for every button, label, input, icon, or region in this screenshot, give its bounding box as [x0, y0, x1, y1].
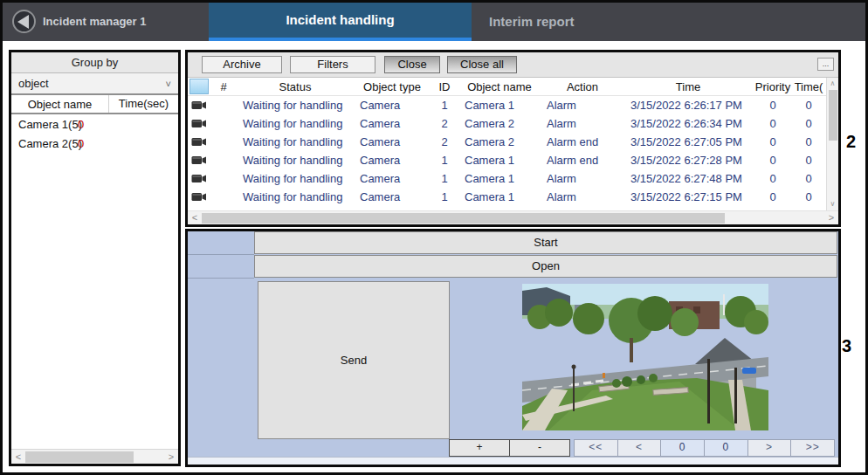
active-tab-underline — [209, 38, 472, 41]
row-selector-header[interactable] — [188, 78, 210, 95]
send-button[interactable]: Send — [258, 281, 450, 439]
scroll-up-icon[interactable]: ∧ — [830, 78, 836, 90]
incident-cell-object_type: Camera — [354, 172, 431, 185]
incident-cell-object_type: Camera — [354, 99, 431, 112]
incident-cell-object_name: Camera 2 — [458, 135, 541, 148]
incident-cell-priority: 0 — [752, 135, 794, 148]
incident-cell-object_type: Camera — [354, 154, 431, 167]
group-scroll-track[interactable] — [25, 451, 164, 463]
chevron-down-icon: ˅ — [166, 79, 171, 89]
group-table-body: Camera 1(5)0Camera 2(5)0 — [11, 114, 178, 153]
incident-cell-status: Waiting for handling — [237, 135, 354, 148]
group-row[interactable]: Camera 2(5)0 — [11, 134, 178, 153]
left-cell-2 — [188, 255, 254, 279]
column-object-name[interactable]: Object name — [11, 95, 109, 113]
group-object-name: Camera 1(5) — [11, 118, 78, 131]
group-horizontal-scrollbar[interactable]: < > — [11, 449, 178, 464]
annotation-region-3: 3 — [842, 336, 851, 356]
incident-cell-object_type: Camera — [354, 117, 431, 130]
scroll-right-icon[interactable]: > — [824, 211, 838, 224]
scroll-left-icon[interactable]: < — [188, 211, 202, 224]
start-button[interactable]: Start — [254, 231, 837, 254]
group-by-dropdown[interactable]: object ˅ — [11, 73, 178, 95]
incident-cell-priority: 0 — [752, 172, 794, 185]
column-header[interactable]: ID — [431, 80, 458, 93]
close-button[interactable]: Close — [384, 56, 440, 73]
tab-incident-handling[interactable]: Incident handling — [209, 3, 472, 41]
close-all-button[interactable]: Close all — [447, 56, 517, 73]
incident-table: #StatusObject typeIDObject nameActionTim… — [188, 78, 838, 210]
zoom-in-button[interactable]: + — [449, 439, 510, 457]
incident-cell-object_type: Camera — [354, 135, 431, 148]
seek-first-button[interactable]: << — [574, 439, 618, 457]
incident-hscroll-track[interactable] — [202, 213, 824, 224]
incident-vscroll-thumb[interactable] — [829, 90, 837, 141]
seek-prev-button[interactable]: < — [617, 439, 662, 457]
selector-box — [189, 79, 209, 94]
incident-cell-status: Waiting for handling — [237, 154, 354, 167]
column-header[interactable]: Action — [541, 80, 624, 93]
incident-row[interactable]: Waiting for handlingCamera2Camera 2Alarm… — [188, 133, 838, 151]
incident-row-icon-cell — [188, 169, 210, 188]
incident-cell-id: 2 — [431, 117, 458, 130]
incident-cell-id: 1 — [431, 99, 458, 112]
column-header[interactable]: Time( — [794, 80, 823, 93]
incident-cell-time: 3/15/2022 6:27:48 PM — [624, 172, 752, 185]
column-header[interactable]: Object name — [458, 80, 541, 93]
incident-horizontal-scrollbar[interactable]: < > — [188, 210, 838, 224]
scroll-right-icon[interactable]: > — [164, 451, 178, 464]
incident-cell-time2: 0 — [794, 190, 823, 203]
camera-icon — [191, 100, 207, 111]
video-controls: + - <<<00>>> — [450, 439, 835, 457]
incident-cell-time: 3/15/2022 6:27:28 PM — [624, 154, 752, 167]
scroll-down-icon[interactable]: ∨ — [830, 198, 836, 210]
incident-cell-time: 3/15/2022 6:26:34 PM — [624, 117, 752, 130]
incident-cell-time2: 0 — [794, 154, 823, 167]
group-row[interactable]: Camera 1(5)0 — [11, 114, 178, 134]
camera-video-frame[interactable] — [522, 284, 768, 430]
incident-row[interactable]: Waiting for handlingCamera1Camera 1Alarm… — [188, 169, 838, 188]
incident-row[interactable]: Waiting for handlingCamera1Camera 1Alarm… — [188, 151, 838, 169]
group-scroll-thumb[interactable] — [25, 451, 134, 463]
incident-cell-priority: 0 — [752, 190, 794, 203]
scroll-left-icon[interactable]: < — [11, 451, 25, 464]
annotation-region-2: 2 — [846, 132, 856, 152]
frame-value-1[interactable]: 0 — [660, 439, 705, 457]
incident-vertical-scrollbar[interactable]: ∧ ∨ — [826, 78, 838, 210]
seek-last-button[interactable]: >> — [790, 439, 835, 457]
group-by-title: Group by — [11, 52, 178, 73]
incident-cell-status: Waiting for handling — [237, 172, 354, 185]
camera-icon — [191, 155, 207, 166]
tab-interim-report[interactable]: Interim report — [489, 3, 575, 41]
column-header[interactable]: # — [210, 80, 237, 93]
column-header[interactable]: Time — [624, 80, 752, 93]
incident-cell-time: 3/15/2022 6:27:05 PM — [624, 135, 752, 148]
column-header[interactable]: Object type — [354, 80, 431, 93]
camera-icon — [191, 191, 207, 203]
frame-value-2[interactable]: 0 — [704, 439, 748, 457]
incident-toolbar: Archive Filters Close Close all ... — [188, 52, 838, 78]
incident-row[interactable]: Waiting for handlingCamera1Camera 1Alarm… — [188, 188, 838, 206]
column-header[interactable]: Priority — [752, 80, 794, 93]
incident-hscroll-thumb[interactable] — [202, 213, 725, 224]
column-time-sec[interactable]: Time(sec) — [109, 94, 178, 114]
incident-list-panel: Archive Filters Close Close all ... #Sta… — [185, 50, 841, 227]
open-button[interactable]: Open — [254, 255, 837, 278]
incident-cell-action: Alarm — [541, 172, 624, 185]
column-header[interactable]: Status — [237, 80, 354, 93]
incident-cell-status: Waiting for handling — [237, 117, 354, 130]
incident-row[interactable]: Waiting for handlingCamera2Camera 2Alarm… — [188, 114, 838, 133]
incident-row[interactable]: Waiting for handlingCamera1Camera 1Alarm… — [188, 96, 838, 114]
more-options-button[interactable]: ... — [817, 58, 834, 71]
app-logo-icon — [12, 10, 36, 33]
seek-next-button[interactable]: > — [747, 439, 792, 457]
zoom-out-button[interactable]: - — [509, 439, 570, 457]
incident-row-icon-cell — [188, 114, 210, 133]
handling-left-column — [188, 231, 254, 465]
incident-row-icon-cell — [188, 133, 210, 151]
incident-cell-time2: 0 — [794, 99, 823, 112]
incident-cell-priority: 0 — [752, 99, 794, 112]
archive-button[interactable]: Archive — [202, 56, 282, 73]
app-title: Incident manager 1 — [43, 3, 146, 41]
filters-button[interactable]: Filters — [290, 56, 375, 73]
